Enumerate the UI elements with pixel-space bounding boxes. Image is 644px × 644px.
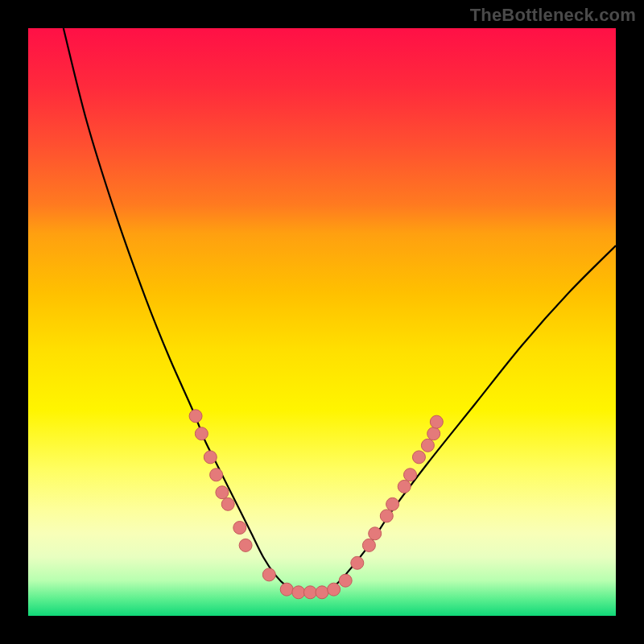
bottleneck-curve [64,28,616,592]
data-marker [239,539,252,551]
data-marker [404,469,417,481]
data-marker [316,586,328,599]
data-marker [262,568,275,581]
data-marker [380,510,393,522]
data-marker [412,451,425,464]
data-marker [386,497,399,510]
data-marker [351,556,364,569]
plot-area [28,28,616,616]
data-marker [303,586,316,599]
data-marker [233,522,246,535]
chart-frame: TheBottleneck.com [0,0,644,644]
data-marker [216,486,229,499]
data-marker [369,527,382,540]
data-marker [398,480,411,493]
data-marker [421,439,434,452]
data-marker [362,539,375,551]
data-marker [189,410,202,423]
chart-svg [28,28,616,616]
data-marker [427,427,440,440]
watermark-text: TheBottleneck.com [470,5,636,26]
data-marker [210,469,223,481]
data-marker [430,415,443,428]
curve-markers [189,410,443,599]
data-marker [328,583,341,596]
data-marker [292,586,305,599]
data-marker [339,574,352,587]
data-marker [221,497,234,510]
data-marker [280,583,293,596]
data-marker [204,451,217,464]
data-marker [195,427,208,440]
